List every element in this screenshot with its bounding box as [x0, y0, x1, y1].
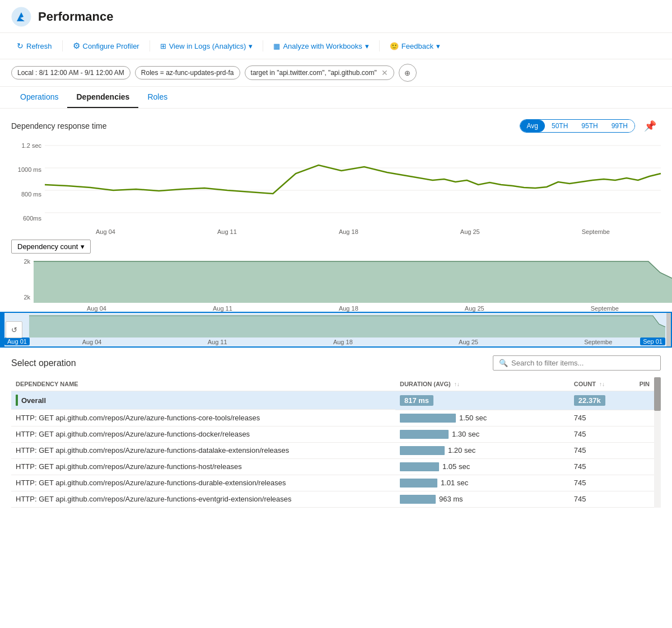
toolbar-divider-3	[263, 40, 263, 51]
row-2-name: HTTP: GET api.github.com/repos/Azure/azu…	[11, 442, 395, 458]
col-count: COUNT ↑↓	[570, 377, 624, 391]
page-header: Performance	[0, 0, 672, 33]
roles-filter[interactable]: Roles = az-func-updates-prd-fa	[135, 66, 240, 79]
table-row[interactable]: HTTP: GET api.github.com/repos/Azure/azu…	[11, 410, 661, 426]
tab-dependencies[interactable]: Dependencies	[67, 87, 138, 108]
date-label-0: Aug 04	[96, 228, 115, 235]
target-filter[interactable]: target in "api.twitter.com", "api.github…	[245, 65, 394, 80]
operation-section: Select operation 🔍 DEPENDENCY NAME DURAT…	[0, 348, 672, 508]
operation-header: Select operation 🔍	[11, 355, 661, 371]
area-chart-svg	[34, 256, 672, 303]
svg-marker-6	[29, 316, 665, 338]
funnel-icon: ⊕	[404, 69, 410, 77]
timeline-reset-button[interactable]: ↺	[6, 321, 22, 338]
analyze-workbooks-button[interactable]: ▦ Analyze with Workbooks ▾	[268, 39, 374, 54]
overall-count-badge: 22.37k	[574, 395, 605, 406]
start-date-badge: Aug 01	[4, 338, 30, 345]
chart-header: Dependency response time Avg 50TH 95TH 9…	[11, 118, 661, 134]
row-0-duration: 1.50 sec	[395, 410, 525, 426]
pin-button[interactable]: 📌	[640, 118, 661, 134]
filter-bar: Local : 8/1 12:00 AM - 9/1 12:00 AM Role…	[0, 59, 672, 87]
end-date-badge: Sep 01	[640, 338, 665, 345]
row-3-empty	[525, 458, 570, 475]
line-chart-svg	[45, 140, 661, 224]
row-4-empty	[525, 475, 570, 491]
row-1-empty	[525, 426, 570, 442]
area-y-labels: 2k 2k	[0, 256, 34, 303]
row-4-name: HTTP: GET api.github.com/repos/Azure/azu…	[11, 475, 395, 491]
view-in-logs-label: View in Logs (Analytics)	[169, 42, 246, 50]
operation-title: Select operation	[11, 358, 76, 368]
p99-percentile-button[interactable]: 99TH	[605, 120, 634, 132]
table-row[interactable]: HTTP: GET api.github.com/repos/Azure/azu…	[11, 475, 661, 491]
p95-percentile-button[interactable]: 95TH	[575, 120, 604, 132]
timeline-right-handle[interactable]	[666, 313, 671, 346]
roles-text: Roles = az-func-updates-prd-fa	[141, 69, 234, 77]
area-y-1: 2k	[0, 294, 34, 301]
timeline-selector[interactable]: ↺ Aug 04 Aug 11 Aug 18 Aug 25 Septembe A…	[0, 312, 672, 348]
row-2-empty	[525, 442, 570, 458]
table-row[interactable]: HTTP: GET api.github.com/repos/Azure/azu…	[11, 442, 661, 458]
duration-val-0: 1.50 sec	[459, 414, 487, 422]
date-range-filter[interactable]: Local : 8/1 12:00 AM - 9/1 12:00 AM	[11, 66, 130, 79]
search-icon: 🔍	[499, 359, 508, 367]
duration-bar-1	[400, 430, 449, 439]
row-2-empty2	[624, 442, 635, 458]
tab-operations[interactable]: Operations	[11, 87, 67, 108]
area-date-2: Aug 18	[339, 305, 358, 312]
timeline-start-tag: Aug 01	[4, 337, 30, 345]
green-indicator	[16, 395, 18, 406]
table-row-overall[interactable]: Overall 817 ms 22.37k	[11, 391, 661, 410]
svg-marker-5	[34, 261, 672, 303]
configure-profiler-label: Configure Profiler	[83, 42, 139, 50]
col-empty2	[624, 377, 635, 391]
duration-val-5: 963 ms	[439, 495, 463, 503]
view-in-logs-button[interactable]: ⊞ View in Logs (Analytics) ▾	[155, 39, 259, 54]
tl-date-2: Aug 18	[333, 339, 353, 345]
table-row[interactable]: HTTP: GET api.github.com/repos/Azure/azu…	[11, 491, 661, 507]
table-row[interactable]: HTTP: GET api.github.com/repos/Azure/azu…	[11, 458, 661, 475]
col-empty	[525, 377, 570, 391]
tl-date-3: Aug 25	[459, 339, 478, 345]
search-box[interactable]: 🔍	[493, 355, 661, 371]
timeline-chart-svg	[29, 313, 665, 338]
tab-roles[interactable]: Roles	[138, 87, 176, 108]
sort-duration-icon[interactable]: ↑↓	[454, 381, 460, 387]
configure-profiler-button[interactable]: ⚙ Configure Profiler	[67, 38, 145, 54]
y-label-3: 600ms	[11, 215, 45, 222]
timeline-end-tag: Sep 01	[640, 337, 665, 345]
chevron-down-icon-2: ▾	[365, 42, 369, 50]
duration-bar-3	[400, 462, 439, 471]
tl-date-1: Aug 11	[208, 339, 227, 345]
area-chart-dates: Aug 04 Aug 11 Aug 18 Aug 25 Septembe	[34, 305, 672, 312]
row-0-count: 745	[570, 410, 624, 426]
remove-target-filter-icon[interactable]: ✕	[381, 68, 388, 77]
feedback-button[interactable]: 🙂 Feedback ▾	[384, 39, 446, 54]
chevron-down-dep: ▾	[81, 242, 85, 251]
overall-duration-badge: 817 ms	[400, 395, 433, 406]
search-input[interactable]	[511, 359, 655, 367]
duration-bar-0	[400, 414, 456, 423]
dep-count-section: Dependency count ▾ 2k 2k Aug 04 Aug 11 A…	[0, 235, 672, 312]
gear-icon: ⚙	[73, 41, 80, 51]
scrollbar-thumb[interactable]	[654, 377, 661, 411]
analyze-label: Analyze with Workbooks	[283, 42, 362, 50]
scrollbar-track	[654, 377, 661, 508]
avg-percentile-button[interactable]: Avg	[520, 120, 545, 132]
dep-count-label: Dependency count	[17, 242, 78, 251]
date-label-2: Aug 18	[339, 228, 358, 235]
target-text: target in "api.twitter.com", "api.github…	[251, 69, 377, 77]
refresh-button[interactable]: ↻ Refresh	[11, 38, 58, 54]
row-0-name: HTTP: GET api.github.com/repos/Azure/azu…	[11, 410, 395, 426]
y-label-2: 800 ms	[11, 191, 45, 198]
p50-percentile-button[interactable]: 50TH	[545, 120, 575, 132]
chart-section: Dependency response time Avg 50TH 95TH 9…	[0, 109, 672, 235]
dep-count-dropdown[interactable]: Dependency count ▾	[11, 240, 91, 254]
sort-count-icon[interactable]: ↑↓	[599, 381, 605, 387]
add-filter-button[interactable]: ⊕	[399, 64, 417, 82]
row-2-count: 745	[570, 442, 624, 458]
table-row[interactable]: HTTP: GET api.github.com/repos/Azure/azu…	[11, 426, 661, 442]
tl-date-4: Septembe	[584, 339, 612, 345]
line-chart-wrapper: 1.2 sec 1000 ms 800 ms 600ms Aug 04 Aug …	[11, 140, 661, 235]
azure-logo-icon	[11, 7, 31, 27]
